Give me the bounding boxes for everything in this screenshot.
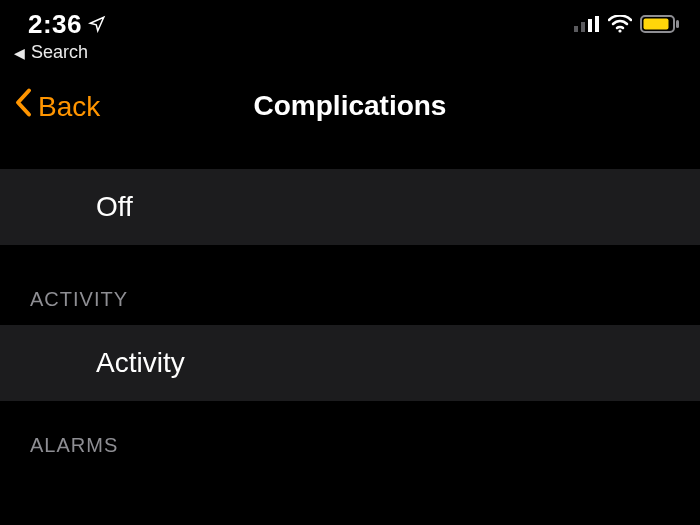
status-left: 2:36: [28, 9, 106, 40]
svg-rect-2: [588, 19, 592, 32]
row-activity-label: Activity: [96, 347, 185, 379]
page-title: Complications: [254, 90, 447, 122]
svg-rect-7: [644, 19, 669, 30]
svg-rect-6: [676, 20, 679, 28]
section-header-alarms: ALARMS: [0, 401, 700, 471]
section-header-alarms-label: ALARMS: [30, 434, 118, 457]
location-arrow-icon: [88, 15, 106, 33]
back-button[interactable]: Back: [14, 88, 100, 125]
section-header-activity-label: ACTIVITY: [30, 288, 128, 311]
status-right: [574, 15, 680, 33]
wifi-icon: [608, 15, 632, 33]
section-header-activity: ACTIVITY: [0, 245, 700, 325]
back-triangle-icon: ◀: [14, 46, 25, 60]
chevron-left-icon: [14, 88, 34, 125]
svg-rect-0: [574, 26, 578, 32]
back-label: Back: [38, 90, 100, 122]
screen: 2:36: [0, 0, 700, 525]
nav-bar: Back Complications: [0, 71, 700, 141]
battery-icon: [640, 15, 680, 33]
svg-rect-1: [581, 22, 585, 32]
row-off[interactable]: Off: [0, 169, 700, 245]
breadcrumb[interactable]: ◀ Search: [0, 40, 700, 71]
row-off-label: Off: [96, 191, 133, 223]
status-time: 2:36: [28, 9, 82, 40]
svg-point-4: [618, 29, 621, 32]
list-top-spacer: [0, 141, 700, 169]
row-activity[interactable]: Activity: [0, 325, 700, 401]
status-bar: 2:36: [0, 0, 700, 40]
cellular-signal-icon: [574, 16, 600, 32]
svg-rect-3: [595, 16, 599, 32]
breadcrumb-label: Search: [31, 42, 88, 63]
